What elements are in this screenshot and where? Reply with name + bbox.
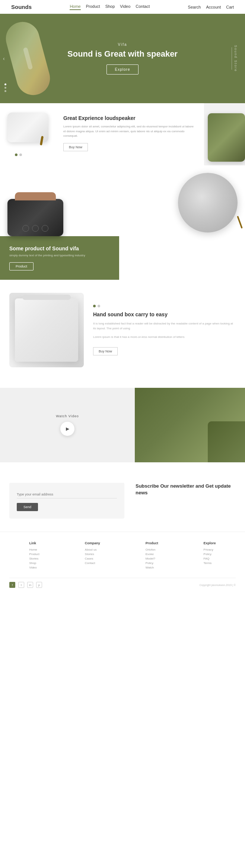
footer-explore-privacy[interactable]: Privacy [204,548,216,551]
green-product-block: Some product of Sound vifa simply dummy … [0,236,119,280]
footer-link-home[interactable]: Home [29,548,39,551]
circle-speaker-wrap [171,173,238,232]
account-action[interactable]: Account [206,5,221,9]
footer-col-company: Company About us Stories Cases Contact [85,541,100,570]
footer-col-company-heading: Company [85,541,100,545]
hero-title: Sound is Great with speaker [67,49,178,60]
nav-home[interactable]: Home [70,4,80,10]
footer-links: Link Home Product Stories Shop Video Com… [0,532,245,595]
hero-cta-button[interactable]: Explore [106,64,139,75]
facebook-icon[interactable]: f [9,582,15,588]
footer-social-icons: f t in p [9,582,42,588]
send-button[interactable]: Send [17,503,38,511]
nav-video[interactable]: Video [120,4,130,10]
handsound-buy-button[interactable]: Buy Now [93,347,118,355]
hero-side-label: Sound Store [234,45,238,72]
hero-left-arrow[interactable]: ‹ [3,56,5,61]
experience-section: Great Exprience loudspeaker Lorem ipsum … [0,103,245,165]
watch-video-label: Watch Video [56,414,79,418]
video-speaker-decoration [208,421,245,462]
footer-col-explore-heading: Explore [204,541,216,545]
footer-columns: Link Home Product Stories Shop Video Com… [9,541,236,570]
footer-col-link: Link Home Product Stories Shop Video [29,541,39,570]
footer-explore-policy[interactable]: Policy [204,552,216,556]
footer-explore-faq[interactable]: FAQ [204,557,216,560]
footer-product-ortofon[interactable]: Ortofon [146,548,158,551]
product-block-description: simply dummy text of the printing and ty… [9,253,110,258]
header-actions: Search Account Cart [188,5,234,9]
nav-shop[interactable]: Shop [105,4,115,10]
footer-company-stories[interactable]: Stories [85,552,100,556]
video-right-panel [135,388,245,462]
footer-product-evoke[interactable]: Evoke [146,552,158,556]
circle-speaker-image [178,173,238,232]
speaker-btn-minus [32,225,39,232]
footer-col-explore: Explore Privacy Policy FAQ Terms [204,541,216,570]
footer: Link Home Product Stories Shop Video Com… [0,532,245,595]
copyright-text: Copyright jasonukwon.2019 | © [200,584,236,586]
dark-speaker-image [7,199,63,236]
experience-dots [7,153,197,162]
footer-link-stories[interactable]: Stories [29,557,39,560]
footer-link-product[interactable]: Product [29,552,39,556]
newsletter-section: Send Subscribe Our newsletter and Get up… [0,470,245,532]
video-section: Watch Video [0,388,245,462]
products-row-inner [0,165,245,236]
search-action[interactable]: Search [188,5,201,9]
video-play-button[interactable] [60,422,74,436]
green-speaker-image [208,113,245,162]
experience-text-block: Great Exprience loudspeaker Lorem ipsum … [63,115,197,152]
handsound-title: Hand sound box carry to easy [93,311,236,318]
speaker-btn-plus [42,225,48,232]
footer-company-about[interactable]: About us [85,548,100,551]
footer-col-product: Product Ortofon Evoke Model? Policy Watc… [146,541,158,570]
hero-speaker-image [2,18,54,99]
video-left-panel: Watch Video [0,388,135,462]
handsound-section: Hand sound box carry to easy It is long … [0,280,245,380]
instagram-icon[interactable]: in [27,582,33,588]
footer-col-link-heading: Link [29,541,39,545]
product-cta-button[interactable]: Product [9,262,34,270]
hero-line-decoration [232,47,232,70]
twitter-icon[interactable]: t [18,582,24,588]
footer-company-cases[interactable]: Cases [85,557,100,560]
footer-bottom: f t in p Copyright jasonukwon.2019 | © [9,578,236,590]
footer-product-watch[interactable]: Watch [146,566,158,569]
handsound-desc1: It is long established fact that a reade… [93,321,236,331]
nav-contact[interactable]: Contact [136,4,150,10]
newsletter-text-block: Subscribe Our newsletter and Get update … [136,483,236,499]
logo: Sounds [11,4,32,10]
footer-col-product-heading: Product [146,541,158,545]
hero-text-block: Vifa Sound is Great with speaker Explore [67,42,178,75]
nav-product[interactable]: Product [86,4,100,10]
hero-dots [4,83,6,92]
footer-link-shop[interactable]: Shop [29,561,39,565]
pinterest-icon[interactable]: p [36,582,42,588]
handsound-text-block: Hand sound box carry to easy It is long … [93,305,236,355]
main-nav: Home Product Shop Video Contact [70,4,150,10]
product-block-title: Some product of Sound vifa [9,245,110,251]
hero-subtitle: Vifa [67,42,178,47]
speaker-btn-play [22,225,29,232]
handsound-desc2: Lorem ipsum is that it has a more-or-les… [93,335,236,340]
footer-company-contact[interactable]: Contact [85,561,100,565]
newsletter-title: Subscribe Our newsletter and Get update … [136,483,236,496]
white-speaker [7,113,48,142]
fabric-speaker [15,298,78,362]
email-input[interactable] [17,492,117,498]
experience-description: Lorem ipsum dolor sit amet, consectetur … [63,124,197,139]
footer-link-video[interactable]: Video [29,566,39,569]
dark-speaker-wrap [7,199,74,236]
handsound-dots [93,305,236,307]
experience-speaker-image [7,113,56,153]
dark-speaker-buttons [22,225,48,232]
hero-section: ‹ Vifa Sound is Great with speaker Explo… [0,14,245,103]
footer-explore-terms[interactable]: Terms [204,561,216,565]
footer-product-model[interactable]: Model? [146,557,158,560]
cart-action[interactable]: Cart [226,5,234,9]
footer-product-policy[interactable]: Policy [146,561,158,565]
products-row-section: Some product of Sound vifa simply dummy … [0,165,245,280]
experience-title: Great Exprience loudspeaker [63,115,197,121]
newsletter-form: Send [9,483,124,519]
experience-buy-button[interactable]: Buy Now [63,143,88,151]
